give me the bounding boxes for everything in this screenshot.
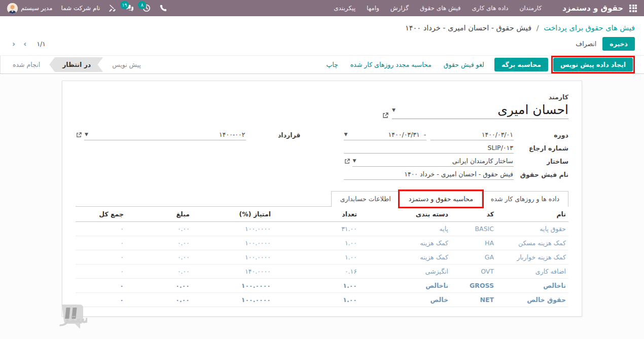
tab-accounting-info[interactable]: اطلاعات حسابداری: [331, 191, 400, 207]
external-link-icon[interactable]: [76, 132, 82, 138]
breadcrumb-separator: /: [536, 24, 539, 32]
reference-label: شماره ارجاع: [514, 144, 568, 152]
col-amount[interactable]: مبلغ: [126, 207, 192, 222]
breadcrumb: فیش های حقوق برای پرداخت / فیش حقوق - اح…: [0, 16, 644, 34]
reference-field[interactable]: SLIP/۰۱۳: [344, 143, 514, 154]
structure-field[interactable]: ساختار کارمندان ایرانی ▼: [352, 156, 514, 167]
table-row-net[interactable]: حقوق خالصNET خالص۱.۰۰ ۱۰۰.۰۰۰۰۰.۰۰ ۰: [76, 293, 568, 307]
field-group: دوره ۱۴۰۰/۰۳/۰۱ - ۱۴۰۰/۰۳/۳۱ ▼ شماره ارج…: [76, 128, 568, 181]
company-switcher[interactable]: نام شرکت شما: [61, 5, 100, 12]
table-row[interactable]: کمک هزینه خواربارGA کمک هزینه۱.۰۰ ۱۰۰.۰۰…: [76, 250, 568, 265]
employee-field-label: کارمند: [76, 93, 568, 101]
period-dash: -: [424, 131, 426, 138]
form-sheet: کارمند احسان امیری ▼ دوره ۱۴۰۰/۰۳/۰۱ - ۱…: [62, 81, 582, 317]
col-total[interactable]: جمع کل: [76, 207, 126, 222]
top-navbar: حقوق و دستمزد کارمندان داده های کاری فیش…: [0, 0, 644, 16]
tools-icon[interactable]: [109, 5, 116, 12]
control-panel: ذخیره انصراف ۱/۱ › ‹: [0, 34, 644, 55]
message-count-badge: ۱۹: [120, 1, 128, 9]
chevron-down-icon[interactable]: ▼: [353, 158, 356, 163]
salary-lines-table: نام کد دسته بندی تعداد امتیاز (%) مبلغ ج…: [76, 207, 568, 307]
apps-grid-icon[interactable]: [629, 5, 637, 12]
table-row[interactable]: اضافه کاریOVT انگیزشی۰.۱۶ ۱۴۰.۰۰۰۰۰.۰۰ ۰: [76, 265, 568, 279]
employee-name[interactable]: احسان امیری: [401, 102, 568, 117]
chevron-down-icon[interactable]: ▼: [344, 132, 348, 137]
status-steps: پیش نویس در انتظار انجام شده: [0, 56, 150, 73]
highlight-box-draft-entry: ایجاد داده پیش نویس: [551, 56, 635, 73]
table-row[interactable]: حقوق پایهBASIC پایه۳۱.۰۰ ۱۰۰.۰۰۰۰۰.۰۰ ۰: [76, 222, 568, 236]
user-name: مدیر سیستم: [21, 5, 53, 12]
status-done[interactable]: انجام شده: [4, 58, 49, 71]
messages-icon[interactable]: ۱۹: [125, 4, 134, 12]
breadcrumb-parent-link[interactable]: فیش های حقوق برای پرداخت: [544, 24, 635, 32]
save-button[interactable]: ذخیره: [602, 37, 635, 51]
statusbar: ایجاد داده پیش نویس محاسبه برگه لغو فیش …: [0, 55, 644, 74]
menu-work-entries[interactable]: داده های کاری: [467, 0, 514, 16]
activities-icon[interactable]: ۸: [142, 4, 151, 12]
contract-field[interactable]: ۱۴۰۰-۰۰۲ ▼: [84, 130, 246, 140]
menu-employees[interactable]: کارمندان: [514, 0, 547, 16]
period-start-field[interactable]: ۱۴۰۰/۰۳/۰۱: [431, 130, 514, 140]
period-label: دوره: [514, 131, 568, 139]
print-button[interactable]: چاپ: [320, 58, 344, 71]
chevron-down-icon[interactable]: ▼: [85, 132, 88, 137]
table-header-row: نام کد دسته بندی تعداد امتیاز (%) مبلغ ج…: [76, 207, 568, 222]
payslip-name-field[interactable]: فیش حقوق - احسان امیری - خرداد ۱۴۰۰: [344, 169, 514, 180]
pager-next-icon[interactable]: ›: [20, 40, 29, 49]
breadcrumb-current: فیش حقوق - احسان امیری - خرداد ۱۴۰۰: [405, 24, 531, 32]
contract-label: قرارداد: [246, 131, 301, 139]
status-draft[interactable]: پیش نویس: [103, 58, 150, 71]
create-draft-entry-button[interactable]: ایجاد داده پیش نویس: [553, 58, 633, 71]
recompute-worked-days-button[interactable]: محاسبه مجدد روزهای کار شده: [344, 58, 438, 71]
employee-field[interactable]: احسان امیری ▼: [392, 102, 568, 119]
structure-label: ساختار: [514, 158, 568, 165]
col-code[interactable]: کد: [451, 207, 496, 222]
compute-sheet-button[interactable]: محاسبه برگه: [494, 58, 548, 71]
tab-salary-computation[interactable]: محاسبه حقوق و دستمزد: [400, 191, 482, 207]
external-link-icon[interactable]: [344, 158, 350, 165]
payslip-name-label: نام فیش حقوق: [514, 171, 568, 178]
period-end-field[interactable]: - ۱۴۰۰/۰۳/۳۱ ▼: [344, 130, 427, 140]
notebook-tabs: داده ها و روزهای کار شده محاسبه حقوق و د…: [76, 191, 568, 207]
pager: ۱/۱ › ‹: [9, 40, 46, 49]
pager-count: ۱/۱: [37, 40, 46, 48]
chevron-down-icon[interactable]: ▼: [392, 107, 396, 112]
user-avatar: [7, 3, 18, 14]
tab-worked-days[interactable]: داده ها و روزهای کار شده: [482, 191, 568, 207]
col-category[interactable]: دسته بندی: [360, 207, 451, 222]
discard-button[interactable]: انصراف: [569, 37, 602, 51]
external-link-icon[interactable]: [382, 112, 389, 119]
app-title[interactable]: حقوق و دستمزد: [562, 4, 623, 13]
user-menu[interactable]: مدیر سیستم: [7, 3, 53, 14]
phone-icon[interactable]: [159, 5, 167, 12]
main-menu: کارمندان داده های کاری فیش های حقوق گزار…: [328, 0, 547, 16]
systray: ۸ ۱۹ نام شرکت شما مدیر سیستم: [7, 3, 167, 14]
table-row-gross[interactable]: ناخالصGROSS ناخالص۱.۰۰ ۱۰۰.۰۰۰۰۰.۰۰ ۰: [76, 279, 568, 293]
cancel-payslip-button[interactable]: لغو فیش حقوق: [438, 58, 490, 71]
col-name[interactable]: نام: [496, 207, 568, 222]
table-row[interactable]: کمک هزینه مسکنHA کمک هزینه۱.۰۰ ۱۰۰.۰۰۰۰۰…: [76, 236, 568, 250]
company-name: نام شرکت شما: [61, 5, 100, 12]
menu-reporting[interactable]: گزارش: [385, 0, 414, 16]
col-rate[interactable]: امتیاز (%): [192, 207, 273, 222]
menu-payslips[interactable]: فیش های حقوق: [414, 0, 467, 16]
menu-loans[interactable]: وامها: [361, 0, 385, 16]
col-quantity[interactable]: تعداد: [273, 207, 360, 222]
pager-previous-icon[interactable]: ‹: [9, 40, 18, 49]
menu-configuration[interactable]: پیکربندی: [328, 0, 361, 16]
status-waiting[interactable]: در انتظار: [49, 57, 103, 72]
